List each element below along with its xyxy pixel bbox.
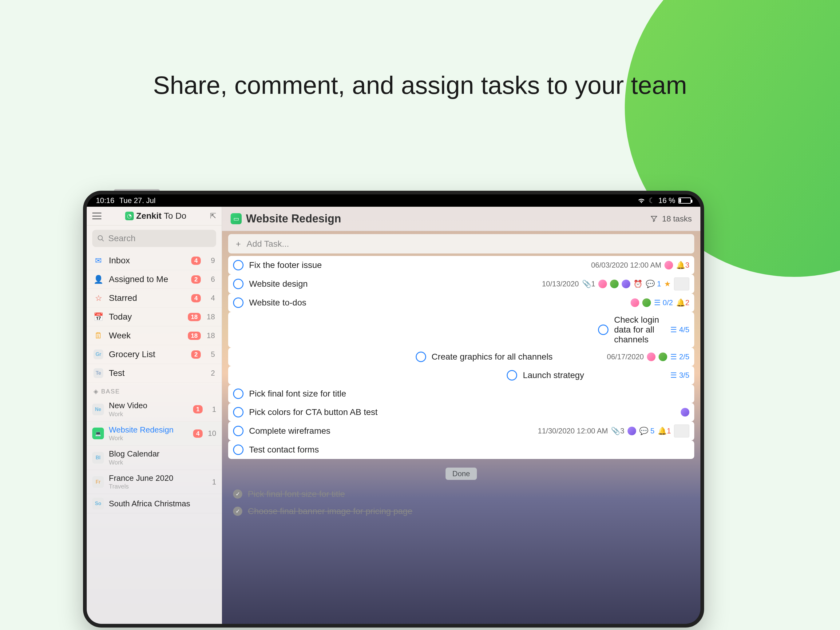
task-date: 11/30/2020 12:00 AM: [538, 427, 608, 435]
baselist-subtitle: Travels: [109, 483, 203, 490]
count: 2: [206, 369, 215, 377]
list-tag-icon: Ne: [92, 404, 104, 415]
statusbar-date: Tue 27. Jul: [119, 196, 156, 205]
base-toggle-icon[interactable]: ◈: [93, 388, 99, 395]
list-tag-icon: So: [92, 498, 104, 510]
task-checkbox[interactable]: [233, 407, 243, 418]
subtask-count: ☰ 4/5: [670, 326, 689, 334]
baselist-item[interactable]: FrFrance June 2020Travels1: [87, 470, 222, 494]
list-icon: ▭: [231, 213, 242, 224]
task-row[interactable]: Complete wireframes11/30/2020 12:00 AM📎3…: [228, 421, 694, 440]
task-row[interactable]: Test contact forms: [228, 440, 694, 459]
task-row[interactable]: Pick final font size for title: [228, 385, 694, 403]
thumbnail: [674, 424, 689, 437]
task-checkbox[interactable]: [233, 445, 243, 455]
bell-icon: 🔔2: [676, 298, 689, 307]
moon-icon: ☾: [649, 196, 655, 205]
baselist-item[interactable]: NeNew VideoWork11: [87, 397, 222, 422]
baselist-name: France June 2020: [109, 474, 203, 483]
smartlist-label: Starred: [109, 293, 186, 303]
task-row[interactable]: Website design10/13/2020📎1⏰💬 1★: [228, 274, 694, 293]
badge: 2: [191, 350, 201, 359]
avatar: [681, 408, 689, 416]
task-checkbox[interactable]: [598, 324, 608, 335]
task-row[interactable]: Launch strategy☰ 3/5: [228, 366, 694, 385]
main-pane: ▭ Website Redesign 18 tasks ＋ Add Task..…: [222, 207, 700, 624]
svg-point-0: [98, 236, 103, 240]
smartlist-item[interactable]: 🗓Week1818: [87, 326, 222, 345]
task-title: Create graphics for all channels: [432, 352, 607, 362]
comment-icon: 💬 5: [639, 427, 655, 435]
smartlist-label: Grocery List: [109, 350, 186, 359]
task-checkbox[interactable]: [233, 279, 243, 289]
battery-icon: [678, 198, 691, 204]
comment-icon: 💬 1: [646, 280, 661, 288]
task-title: Launch strategy: [523, 370, 670, 380]
task-list: ＋ Add Task... Fix the footer issue06/03/…: [222, 231, 700, 532]
done-task-row[interactable]: ✓Choose final banner image for pricing p…: [228, 503, 694, 520]
search-placeholder: Search: [108, 233, 136, 243]
baselist-subtitle: Work: [109, 435, 188, 442]
done-pill[interactable]: Done: [445, 468, 477, 480]
task-checkbox[interactable]: [233, 426, 243, 436]
sidebar: Zenkit To Do ⇱ Search ✉Inbox49👤Assigned …: [87, 207, 222, 624]
plus-icon: ＋: [234, 238, 242, 249]
task-checkbox[interactable]: [233, 298, 243, 308]
smartlist-item[interactable]: ☆Starred44: [87, 289, 222, 308]
list-title: Website Redesign: [246, 212, 646, 225]
statusbar-time: 10:16: [96, 196, 114, 205]
baselist-name: Blog Calendar: [109, 450, 216, 458]
count: 1: [208, 478, 216, 486]
task-row[interactable]: Create graphics for all channels06/17/20…: [228, 348, 694, 366]
list-tag-icon: Gr: [93, 350, 103, 359]
task-checkbox[interactable]: [233, 260, 243, 271]
menu-button[interactable]: [92, 212, 101, 219]
baselist-name: South Africa Christmas: [109, 499, 216, 508]
subtask-count: ☰ 0/2: [654, 298, 673, 307]
badge: 4: [191, 256, 201, 265]
subtask-count: ☰ 3/5: [670, 371, 689, 380]
filter-icon[interactable]: [650, 215, 658, 222]
baselist-item[interactable]: 💻Website RedesignWork410: [87, 422, 222, 446]
baselist-item[interactable]: SoSouth Africa Christmas: [87, 494, 222, 513]
pin-icon[interactable]: ⇱: [210, 212, 216, 220]
wifi-icon: [637, 198, 645, 204]
task-checkbox[interactable]: [416, 351, 426, 362]
bell-icon: 🔔3: [676, 261, 689, 269]
task-checkbox[interactable]: [233, 388, 243, 399]
smartlist-label: Inbox: [109, 256, 186, 266]
badge: 4: [191, 294, 201, 302]
baselist-item[interactable]: BlBlog CalendarWork: [87, 446, 222, 470]
list-tag-icon: Te: [93, 368, 103, 378]
smartlist-item[interactable]: GrGrocery List25: [87, 345, 222, 364]
list-icon: 📅: [93, 312, 103, 322]
base-section-header: ◈ BASE: [87, 383, 222, 397]
baselist-subtitle: Work: [109, 459, 216, 466]
base-lists: NeNew VideoWork11💻Website RedesignWork41…: [87, 397, 222, 513]
thumbnail: [674, 277, 689, 290]
done-task-row[interactable]: ✓Pick final font size for title: [228, 486, 694, 503]
search-input[interactable]: Search: [92, 230, 216, 247]
task-title: Complete wireframes: [249, 426, 538, 436]
search-icon: [97, 235, 104, 242]
baselist-name: Website Redesign: [109, 426, 188, 434]
task-row[interactable]: Website to-dos☰ 0/2🔔2: [228, 293, 694, 312]
task-row[interactable]: Check login data for all channels☰ 4/5: [228, 312, 694, 348]
smartlist-item[interactable]: ✉Inbox49: [87, 251, 222, 270]
task-checkbox[interactable]: [507, 370, 517, 380]
task-row[interactable]: Fix the footer issue06/03/2020 12:00 AM🔔…: [228, 256, 694, 274]
list-tag-icon: 💻: [92, 427, 104, 439]
smartlist-item[interactable]: TeTest2: [87, 364, 222, 383]
list-icon: 🗓: [93, 331, 103, 340]
task-title: Check login data for all channels: [614, 315, 670, 345]
smartlist-item[interactable]: 📅Today1818: [87, 308, 222, 326]
badge: 18: [188, 313, 201, 321]
smartlist-item[interactable]: 👤Assigned to Me26: [87, 270, 222, 289]
add-task-input[interactable]: ＋ Add Task...: [228, 234, 694, 253]
task-row[interactable]: Pick colors for CTA button AB test: [228, 403, 694, 421]
count: 5: [206, 350, 215, 359]
baselist-subtitle: Work: [109, 411, 188, 418]
smartlist-label: Today: [109, 312, 182, 322]
baselist-name: New Video: [109, 401, 188, 410]
avatar: [631, 298, 639, 307]
